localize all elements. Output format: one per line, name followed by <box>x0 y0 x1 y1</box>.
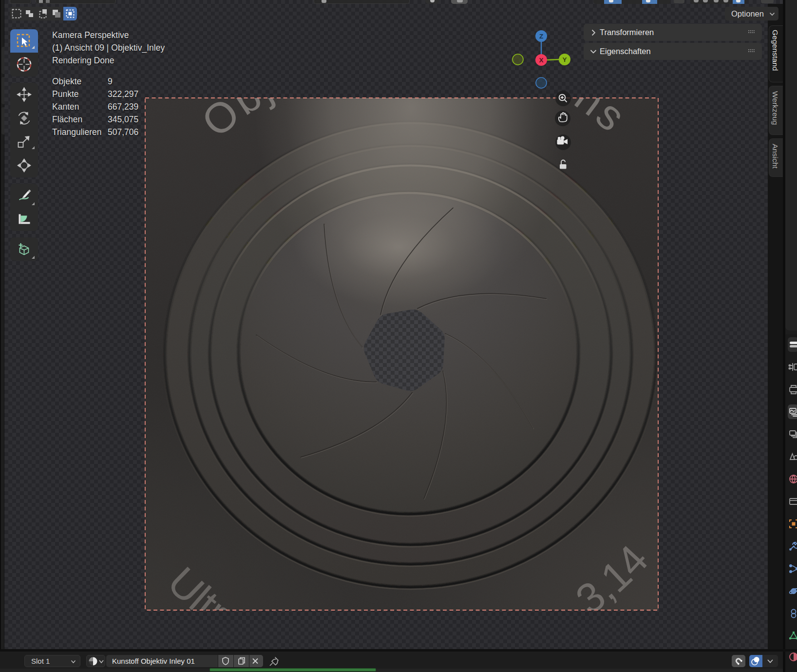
svg-text:Z: Z <box>539 33 543 40</box>
svg-text:X: X <box>539 57 543 64</box>
svg-text:Y: Y <box>562 56 567 63</box>
